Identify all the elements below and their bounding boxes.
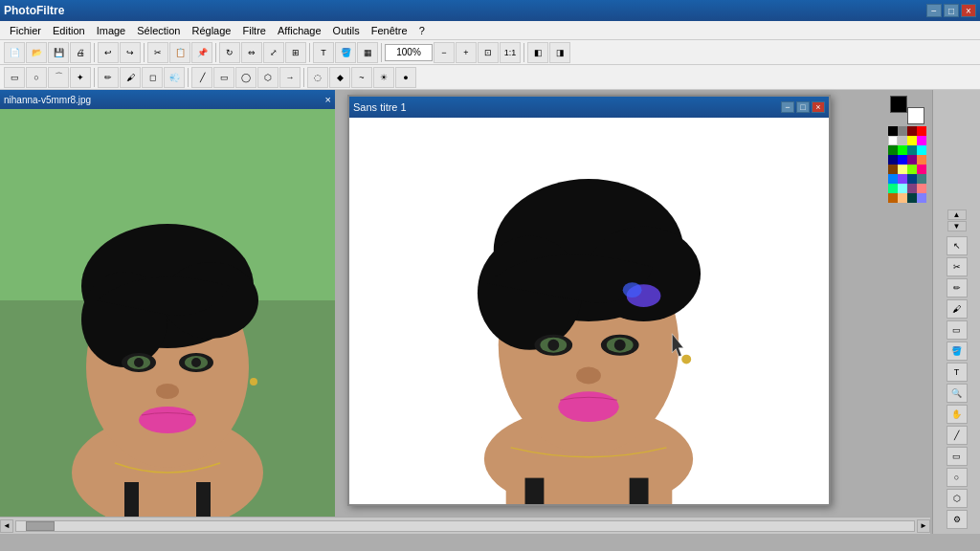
tb2-pencil[interactable]: ✏ [98, 67, 119, 88]
tb-copy[interactable]: 📋 [169, 42, 190, 63]
tb2-sharpen[interactable]: ◆ [329, 67, 350, 88]
foreground-color-swatch[interactable] [890, 96, 907, 113]
maximize-button[interactable]: □ [944, 4, 959, 17]
tb2-eraser[interactable]: ◻ [142, 67, 163, 88]
tb-extra1[interactable]: ◧ [527, 42, 548, 63]
tb2-dodge[interactable]: ☀ [373, 67, 394, 88]
color-cell[interactable] [917, 126, 926, 136]
tool-select[interactable]: ↖ [947, 236, 968, 255]
tb2-blur[interactable]: ◌ [307, 67, 328, 88]
color-cell[interactable] [888, 155, 898, 165]
tb-zoom-in[interactable]: + [456, 42, 477, 63]
menu-affichage[interactable]: Affichage [272, 23, 327, 38]
color-cell[interactable] [888, 165, 898, 174]
tb-open[interactable]: 📂 [26, 42, 47, 63]
tool-eraser[interactable]: ▭ [947, 320, 968, 340]
tb-resize[interactable]: ⤢ [263, 42, 284, 63]
tb2-polygon[interactable]: ⬡ [257, 67, 278, 88]
tb-paste[interactable]: 📌 [191, 42, 212, 63]
tb-crop[interactable]: ⊞ [285, 42, 306, 63]
tb2-select-magic[interactable]: ✦ [70, 67, 91, 88]
tb-zoom-actual[interactable]: 1:1 [500, 42, 521, 63]
color-cell[interactable] [888, 126, 898, 136]
color-cell[interactable] [907, 126, 917, 136]
right-window-restore[interactable]: □ [796, 101, 810, 113]
tb-zoom-out[interactable]: − [434, 42, 455, 63]
tb-cut[interactable]: ✂ [147, 42, 168, 63]
tb-new[interactable]: 📄 [4, 42, 25, 63]
tb2-burn[interactable]: ● [395, 67, 416, 88]
tb2-select-rect[interactable]: ▭ [4, 67, 25, 88]
color-cell[interactable] [907, 174, 917, 184]
tb-fill[interactable]: 🪣 [335, 42, 356, 63]
tb-zoom-fit[interactable]: ⊡ [478, 42, 499, 63]
color-cell[interactable] [888, 145, 898, 155]
tb2-smudge[interactable]: ~ [351, 67, 372, 88]
color-cell[interactable] [888, 193, 898, 203]
tool-pencil[interactable]: ✏ [947, 278, 968, 298]
tool-zoom[interactable]: 🔍 [947, 384, 968, 403]
tool-line[interactable]: ╱ [947, 426, 968, 445]
tb-print[interactable]: 🖨 [70, 42, 91, 63]
tb2-arrow[interactable]: → [279, 67, 301, 88]
tool-hand[interactable]: ✋ [947, 405, 968, 424]
menu-image[interactable]: Image [91, 23, 132, 38]
color-cell[interactable] [917, 155, 926, 165]
color-cell[interactable] [888, 184, 898, 193]
color-cell[interactable] [898, 126, 907, 136]
color-cell[interactable] [907, 155, 917, 165]
tb-rotate[interactable]: ↻ [219, 42, 240, 63]
nav-up-icon[interactable]: ▲ [947, 209, 967, 220]
tool-text[interactable]: T [947, 363, 968, 382]
tb-gradient[interactable]: ▦ [357, 42, 378, 63]
color-cell[interactable] [898, 193, 907, 203]
scroll-left-btn[interactable]: ◄ [0, 519, 13, 533]
tool-poly[interactable]: ⬡ [947, 489, 968, 508]
color-cell[interactable] [898, 155, 907, 165]
color-cell[interactable] [898, 145, 907, 155]
tb-text[interactable]: T [313, 42, 334, 63]
color-cell[interactable] [907, 136, 917, 145]
menu-edition[interactable]: Edition [47, 23, 91, 38]
color-cell[interactable] [907, 145, 917, 155]
tool-rect[interactable]: ▭ [947, 447, 968, 466]
tb2-airbrush[interactable]: 💨 [164, 67, 185, 88]
color-cell[interactable] [917, 174, 926, 184]
nav-down-icon[interactable]: ▼ [947, 221, 967, 231]
tool-ellipse[interactable]: ○ [947, 468, 968, 487]
tb2-line[interactable]: ╱ [191, 67, 212, 88]
color-cell[interactable] [898, 136, 907, 145]
tb2-ellipse-shape[interactable]: ◯ [235, 67, 256, 88]
tb-redo[interactable]: ↪ [120, 42, 141, 63]
tb2-rect-shape[interactable]: ▭ [213, 67, 234, 88]
tb2-select-lasso[interactable]: ⌒ [48, 67, 69, 88]
scroll-right-btn[interactable]: ► [917, 519, 930, 533]
color-cell[interactable] [888, 174, 898, 184]
color-cell[interactable] [917, 193, 926, 203]
tb-extra2[interactable]: ◨ [549, 42, 570, 63]
menu-selection[interactable]: Sélection [131, 23, 186, 38]
color-cell[interactable] [917, 145, 926, 155]
right-window-close[interactable]: × [812, 101, 825, 113]
tool-fill[interactable]: 🪣 [947, 342, 968, 361]
color-cell[interactable] [907, 184, 917, 193]
menu-outils[interactable]: Outils [327, 23, 366, 38]
menu-help[interactable]: ? [413, 23, 431, 38]
color-cell[interactable] [907, 165, 917, 174]
tb2-brush[interactable]: 🖌 [120, 67, 141, 88]
color-cell[interactable] [888, 136, 898, 145]
horizontal-scrollbar[interactable] [15, 520, 915, 532]
tb-flip[interactable]: ⇔ [241, 42, 262, 63]
menu-fenetre[interactable]: Fenêtre [366, 23, 413, 38]
color-cell[interactable] [898, 184, 907, 193]
minimize-button[interactable]: − [926, 4, 942, 17]
tb-undo[interactable]: ↩ [98, 42, 119, 63]
close-button[interactable]: × [961, 4, 976, 17]
tool-settings[interactable]: ⚙ [947, 510, 968, 529]
color-cell[interactable] [917, 136, 926, 145]
right-window-minimize[interactable]: − [781, 101, 794, 113]
color-cell[interactable] [917, 165, 926, 174]
color-cell[interactable] [907, 193, 917, 203]
background-color-swatch[interactable] [907, 107, 924, 124]
tb2-select-ellipse[interactable]: ○ [26, 67, 47, 88]
